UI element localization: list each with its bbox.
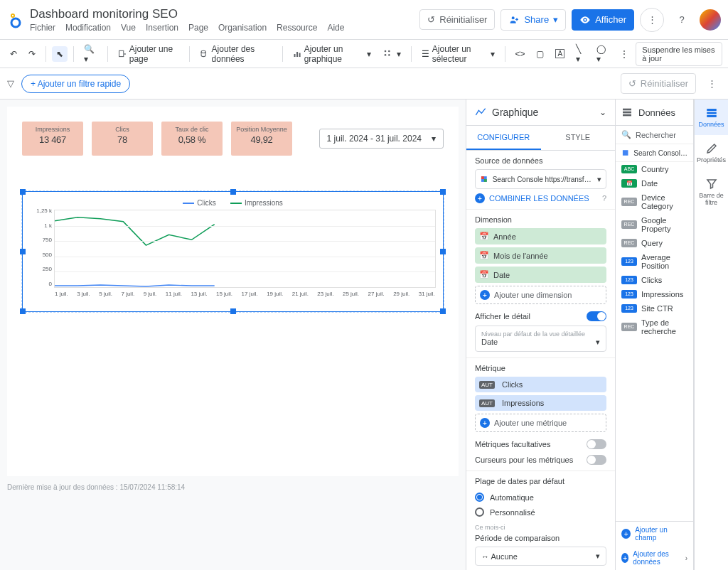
svg-point-11	[388, 50, 390, 52]
combine-data-link[interactable]: COMBINER LES DONNÉES	[489, 194, 589, 203]
data-source-chip[interactable]: Search Console https://transfonumerique.…	[475, 169, 606, 189]
preview-button[interactable]: Afficher	[572, 9, 634, 31]
show-detail-toggle[interactable]	[587, 311, 606, 321]
help-icon[interactable]: ?	[602, 194, 606, 203]
dimension-mois[interactable]: 📅 Mois de l'année	[475, 247, 606, 264]
svg-rect-20	[707, 109, 717, 111]
shape-button[interactable]: ◯ ▾	[592, 41, 613, 67]
person-plus-icon	[508, 14, 520, 26]
more-tools-button[interactable]: ⋮	[616, 46, 633, 62]
field-avg-position[interactable]: 123Average Position	[616, 250, 693, 273]
menu-insertion[interactable]: Insertion	[146, 23, 178, 33]
redo-button[interactable]: ↷	[24, 46, 40, 62]
time-series-chart[interactable]: Clicks Impressions 1,25 k1 k7505002500 1…	[22, 191, 444, 312]
x-axis-labels: 1 juil.3 juil.5 juil.7 juil.9 juil.11 ju…	[55, 291, 435, 297]
share-button[interactable]: Share ▾	[500, 9, 566, 31]
chevron-down-icon[interactable]: ⌄	[599, 107, 606, 117]
svg-point-12	[385, 54, 387, 56]
search-console-icon	[480, 173, 488, 185]
field-device[interactable]: RECDevice Category	[616, 190, 693, 213]
scorecard-impressions[interactable]: Impressions13 467	[22, 122, 83, 156]
panel-title: Graphique	[492, 107, 594, 118]
eye-icon	[579, 14, 591, 26]
svg-point-3	[512, 16, 515, 19]
filter-reset-button[interactable]: ↺ Réinitialiser	[621, 73, 696, 94]
dimension-date[interactable]: 📅 Date	[475, 267, 606, 283]
text-button[interactable]: A	[551, 46, 569, 61]
side-tab-data[interactable]: Données	[695, 100, 728, 135]
add-quick-filter-button[interactable]: + Ajouter un filtre rapide	[21, 75, 130, 93]
filter-more-button[interactable]: ⋮	[703, 78, 721, 89]
date-custom-radio[interactable]: Personnalisé	[475, 505, 606, 520]
tab-style[interactable]: STYLE	[541, 126, 616, 150]
more-options-button[interactable]: ⋮	[640, 8, 664, 32]
metric-sliders-toggle[interactable]	[587, 455, 606, 465]
suspend-updates-button[interactable]: Suspendre les mises à jour	[636, 42, 722, 66]
page-plus-icon	[117, 48, 126, 60]
menu-modification[interactable]: Modification	[65, 23, 111, 33]
menu-ressource[interactable]: Ressource	[277, 23, 317, 33]
add-chart-button[interactable]: Ajouter un graphique ▾	[289, 41, 375, 67]
image-button[interactable]: ▢	[532, 46, 548, 62]
field-country[interactable]: ABCCountry	[616, 162, 693, 176]
tab-configure[interactable]: CONFIGURER	[466, 126, 541, 150]
scorecard-position[interactable]: Position Moyenne49,92	[231, 122, 292, 156]
date-auto-radio[interactable]: Automatique	[475, 490, 606, 505]
detail-level-dropdown[interactable]: Niveau par défaut de la vue détaillée Da…	[475, 326, 606, 352]
metric-clicks[interactable]: AUT Clicks	[475, 377, 606, 392]
scorecard-ctr[interactable]: Taux de clic0,58 %	[161, 122, 223, 156]
field-query[interactable]: RECQuery	[616, 236, 693, 250]
user-avatar[interactable]	[700, 9, 721, 31]
document-title[interactable]: Dashboard monitoring SEO	[30, 7, 344, 21]
svg-rect-15	[484, 179, 487, 182]
undo-button[interactable]: ↶	[6, 46, 21, 62]
help-button[interactable]: ?	[670, 8, 694, 32]
add-selector-button[interactable]: ☰ Ajouter un sélecteur ▾	[417, 41, 499, 67]
add-page-button[interactable]: Ajouter une page	[113, 41, 183, 67]
menu-aide[interactable]: Aide	[327, 23, 344, 33]
line-button[interactable]: ╲ ▾	[572, 41, 589, 67]
add-field-link[interactable]: +Ajouter un champ	[616, 522, 693, 546]
add-data-button[interactable]: Ajouter des données	[196, 41, 277, 67]
add-data-link[interactable]: +Ajouter des données›	[616, 546, 693, 570]
menu-vue[interactable]: Vue	[121, 23, 136, 33]
optional-metrics-toggle[interactable]	[587, 439, 606, 449]
field-impressions[interactable]: 123Impressions	[616, 287, 693, 301]
svg-rect-7	[294, 54, 295, 57]
report-canvas[interactable]: Impressions13 467 Clics78 Taux de clic0,…	[7, 107, 459, 476]
add-dimension-button[interactable]: + Ajouter une dimension	[475, 286, 606, 304]
svg-point-1	[12, 14, 14, 16]
filter-icon[interactable]: ▽	[7, 78, 14, 89]
pencil-icon	[705, 142, 718, 155]
compare-dropdown[interactable]: ↔ Aucune▾	[475, 547, 606, 566]
right-side-tabs: Données Propriétés Barre de filtre	[694, 100, 728, 570]
field-ctr[interactable]: 123Site CTR	[616, 301, 693, 316]
metric-impressions[interactable]: AUT Impressions	[475, 395, 606, 411]
dimension-annee[interactable]: 📅 Année	[475, 228, 606, 244]
menu-page[interactable]: Page	[188, 23, 208, 33]
pointer-tool[interactable]: ⬉	[52, 46, 68, 62]
field-search[interactable]: 🔍 Rechercher	[616, 126, 693, 144]
scorecard-clicks[interactable]: Clics78	[92, 122, 153, 156]
add-metric-button[interactable]: + Ajouter une métrique	[475, 414, 606, 432]
database-plus-icon	[200, 48, 208, 60]
field-date[interactable]: 📅Date	[616, 176, 693, 190]
svg-rect-16	[623, 109, 631, 111]
community-visuals-button[interactable]: ▾	[378, 45, 405, 63]
svg-rect-17	[623, 112, 631, 114]
svg-point-2	[11, 18, 20, 27]
menu-organisation[interactable]: Organisation	[218, 23, 267, 33]
date-range-selector[interactable]: 1 juil. 2024 - 31 juil. 2024 ▾	[319, 129, 444, 149]
reset-button[interactable]: ↺ Réinitialiser	[419, 9, 495, 30]
svg-rect-9	[299, 53, 300, 57]
zoom-tool[interactable]: 🔍 ▾	[80, 41, 102, 67]
side-tab-properties[interactable]: Propriétés	[695, 135, 728, 171]
url-embed-button[interactable]: <>	[510, 46, 529, 62]
field-search-type[interactable]: RECType de recherche	[616, 316, 693, 338]
side-tab-filter[interactable]: Barre de filtre	[695, 171, 728, 213]
field-property[interactable]: RECGoogle Property	[616, 213, 693, 236]
search-console-icon	[621, 147, 629, 158]
data-source-header[interactable]: Search Console https:...	[616, 144, 693, 162]
menu-fichier[interactable]: Fichier	[30, 23, 55, 33]
field-clicks[interactable]: 123Clicks	[616, 273, 693, 287]
